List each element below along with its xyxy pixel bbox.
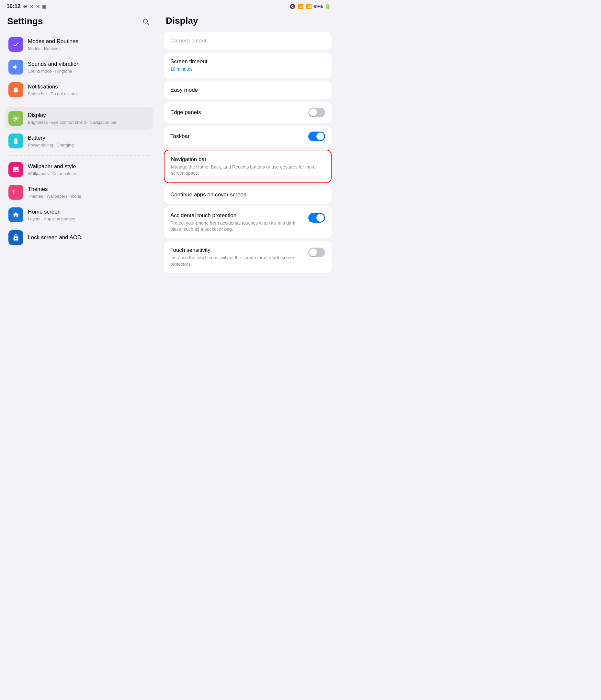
status-icon-4: ▣ [42, 4, 46, 9]
homescreen-icon [8, 207, 23, 222]
battery-title: Battery [28, 134, 150, 142]
search-button[interactable] [140, 16, 152, 27]
wallpaper-text: Wallpaper and styleWallpapers · Color pa… [28, 163, 150, 176]
notifications-title: Notifications [28, 83, 150, 91]
modes-text: Modes and RoutinesModes · Routines [28, 38, 150, 51]
battery-text: BatteryPower saving · Charging [28, 134, 150, 147]
battery-subtitle: Power saving · Charging [28, 143, 150, 147]
settings-header: Settings [5, 16, 154, 27]
card-touch-sensitivity-text: Touch sensitivityIncrease the touch sens… [170, 247, 308, 267]
card-accidental-touch-text: Accidental touch protectionProtect your … [170, 212, 308, 233]
card-taskbar[interactable]: Taskbar [164, 126, 332, 147]
card-screen-timeout[interactable]: Screen timeout10 minutes [164, 52, 332, 78]
card-accidental-touch-row: Accidental touch protectionProtect your … [170, 212, 325, 233]
card-accidental-touch-subtitle: Protect your phone from accidental touch… [170, 220, 305, 233]
status-left: 10:12 ⊖ ✕ ✕ ▣ [6, 3, 46, 10]
svg-text:T: T [12, 190, 15, 195]
card-edge-panels-title: Edge panels [170, 109, 201, 116]
card-edge-panels-row: Edge panels [170, 107, 325, 117]
sounds-text: Sounds and vibrationSound mode · Rington… [28, 60, 150, 73]
display-subtitle: Brightness · Eye comfort shield · Naviga… [28, 120, 150, 125]
battery-icon [8, 133, 23, 148]
card-touch-sensitivity-toggle[interactable] [308, 248, 325, 257]
battery-icon: 🔋 [325, 4, 330, 9]
battery-percent: 99% [314, 4, 323, 9]
display-list: Camera cutoutScreen timeout10 minutesEas… [164, 32, 332, 273]
sounds-title: Sounds and vibration [28, 60, 150, 68]
card-touch-sensitivity-title: Touch sensitivity [170, 247, 305, 253]
card-camera-cutout-title: Camera cutout [170, 38, 325, 44]
card-continue-apps[interactable]: Continue apps on cover screen [164, 186, 332, 204]
card-accidental-touch-title: Accidental touch protection [170, 212, 305, 219]
themes-subtitle: Themes · Wallpapers · Icons [28, 194, 150, 199]
settings-item-themes[interactable]: TThemesThemes · Wallpapers · Icons [5, 181, 154, 203]
notifications-text: NotificationsStatus bar · Do not disturb [28, 83, 150, 96]
card-edge-panels-toggle[interactable] [308, 107, 325, 117]
display-text: DisplayBrightness · Eye comfort shield ·… [28, 112, 150, 124]
display-title: Display [164, 16, 332, 26]
status-icon-2: ✕ [30, 4, 33, 9]
status-icon-1: ⊖ [23, 4, 27, 9]
lockscreen-icon [8, 230, 23, 245]
card-taskbar-title: Taskbar [170, 133, 190, 140]
card-screen-timeout-title: Screen timeout [170, 58, 325, 65]
sounds-icon [8, 60, 23, 75]
homescreen-subtitle: Layout · App icon badges [28, 217, 150, 221]
card-touch-sensitivity-row: Touch sensitivityIncrease the touch sens… [170, 247, 325, 267]
notifications-icon [8, 82, 23, 97]
homescreen-title: Home screen [28, 208, 150, 216]
settings-item-battery[interactable]: BatteryPower saving · Charging [5, 130, 154, 152]
lockscreen-text: Lock screen and AOD [28, 234, 150, 241]
themes-text: ThemesThemes · Wallpapers · Icons [28, 186, 150, 198]
main-container: Settings Modes and RoutinesModes · Routi… [0, 12, 337, 696]
lockscreen-title: Lock screen and AOD [28, 234, 150, 241]
signal-icon: 📶 [306, 4, 312, 9]
display-icon [8, 111, 23, 126]
card-accidental-touch-toggle[interactable] [308, 213, 325, 223]
divider [8, 155, 150, 155]
wallpaper-icon [8, 162, 23, 177]
divider [8, 104, 150, 104]
homescreen-text: Home screenLayout · App icon badges [28, 208, 150, 221]
left-panel: Settings Modes and RoutinesModes · Routi… [0, 12, 159, 696]
svg-line-1 [147, 23, 149, 24]
wallpaper-subtitle: Wallpapers · Color palette [28, 171, 150, 176]
themes-title: Themes [28, 186, 150, 193]
settings-list: Modes and RoutinesModes · RoutinesSounds… [5, 33, 154, 249]
right-panel: Display Camera cutoutScreen timeout10 mi… [159, 12, 337, 696]
status-bar: 10:12 ⊖ ✕ ✕ ▣ 🔇 📶 📶 99% 🔋 [0, 0, 337, 12]
card-taskbar-row: Taskbar [170, 131, 325, 141]
settings-item-notifications[interactable]: NotificationsStatus bar · Do not disturb [5, 78, 154, 101]
modes-subtitle: Modes · Routines [28, 46, 150, 51]
card-easy-mode-title: Easy mode [170, 87, 325, 93]
modes-title: Modes and Routines [28, 38, 150, 45]
settings-item-lockscreen[interactable]: Lock screen and AOD [5, 226, 154, 249]
card-screen-timeout-subtitle: 10 minutes [170, 66, 325, 73]
settings-item-display[interactable]: DisplayBrightness · Eye comfort shield ·… [5, 107, 154, 130]
settings-item-modes[interactable]: Modes and RoutinesModes · Routines [5, 33, 154, 56]
settings-item-homescreen[interactable]: Home screenLayout · App icon badges [5, 203, 154, 226]
card-easy-mode[interactable]: Easy mode [164, 81, 332, 99]
card-navigation-bar-title: Navigation bar [171, 156, 324, 163]
wifi-icon: 📶 [297, 4, 304, 9]
settings-title: Settings [7, 16, 43, 27]
card-camera-cutout[interactable]: Camera cutout [164, 32, 332, 50]
card-navigation-bar[interactable]: Navigation barManage the Home, Back, and… [164, 150, 332, 183]
card-accidental-touch[interactable]: Accidental touch protectionProtect your … [164, 206, 332, 239]
card-touch-sensitivity[interactable]: Touch sensitivityIncrease the touch sens… [164, 241, 332, 273]
status-right: 🔇 📶 📶 99% 🔋 [289, 4, 330, 9]
display-title: Display [28, 112, 150, 119]
status-icon-3: ✕ [36, 4, 40, 9]
mute-icon: 🔇 [289, 4, 296, 9]
settings-item-wallpaper[interactable]: Wallpaper and styleWallpapers · Color pa… [5, 158, 154, 181]
card-edge-panels[interactable]: Edge panels [164, 102, 332, 123]
settings-item-sounds[interactable]: Sounds and vibrationSound mode · Rington… [5, 56, 154, 78]
wallpaper-title: Wallpaper and style [28, 163, 150, 170]
card-taskbar-toggle[interactable] [308, 131, 325, 141]
card-continue-apps-title: Continue apps on cover screen [170, 192, 325, 198]
card-touch-sensitivity-subtitle: Increase the touch sensitivity of the sc… [170, 255, 305, 267]
card-navigation-bar-subtitle: Manage the Home, Back, and Recents butto… [171, 164, 324, 177]
themes-icon: T [8, 185, 23, 200]
status-time: 10:12 [6, 3, 20, 10]
notifications-subtitle: Status bar · Do not disturb [28, 92, 150, 96]
